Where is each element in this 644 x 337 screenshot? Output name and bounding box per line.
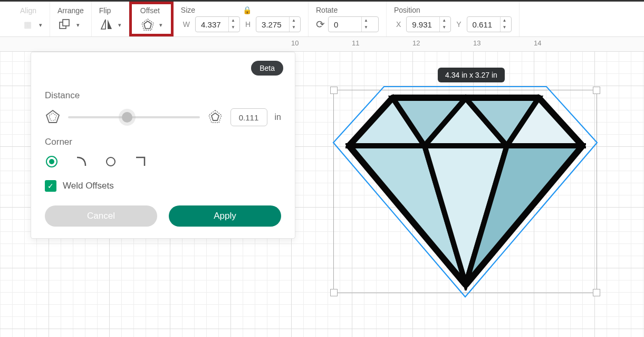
toolbar-offset[interactable]: Offset <box>135 4 168 34</box>
w-step-up-icon[interactable]: ▲ <box>229 17 237 24</box>
flip-icon <box>99 17 114 32</box>
x-value: 9.931 <box>412 20 436 29</box>
ruler-tick: 12 <box>412 37 473 51</box>
ruler-tick: 10 <box>291 37 352 51</box>
arrange-label: Arrange <box>57 6 84 15</box>
rotate-icon[interactable]: ⟳ <box>316 18 325 31</box>
ruler-tick: 11 <box>352 37 412 51</box>
distance-slider[interactable] <box>68 116 200 118</box>
x-step-down-icon[interactable]: ▼ <box>440 24 448 31</box>
x-step-up-icon[interactable]: ▲ <box>440 17 448 24</box>
cancel-button[interactable]: Cancel <box>45 205 157 227</box>
resize-handle-se[interactable] <box>593 289 600 296</box>
selection-size-badge: 4.34 in x 3.27 in <box>438 68 505 82</box>
y-step-down-icon[interactable]: ▼ <box>501 24 509 31</box>
y-value: 0.611 <box>473 20 497 29</box>
svg-rect-1 <box>63 20 69 26</box>
toolbar-position: Position X 9.931 ▲▼ Y 0.611 ▲▼ <box>387 2 520 36</box>
corner-label: Corner <box>45 137 281 147</box>
flip-label: Flip <box>99 6 111 15</box>
svg-marker-17 <box>212 113 219 120</box>
resize-handle-ne[interactable] <box>593 87 600 94</box>
width-input[interactable]: 4.337 ▲▼ <box>195 16 240 32</box>
distance-unit: in <box>275 113 281 122</box>
ruler-horizontal: 10 11 12 13 14 <box>0 37 644 52</box>
corner-square-option[interactable] <box>133 155 147 168</box>
lock-icon[interactable]: 🔒 <box>243 6 252 14</box>
offset-dropdown-icon[interactable] <box>158 20 162 29</box>
beta-badge: Beta <box>251 61 283 76</box>
height-prefix: H <box>245 20 251 29</box>
x-prefix: X <box>396 20 401 29</box>
align-icon: ▦ <box>20 17 35 32</box>
rotate-value: 0 <box>334 20 358 29</box>
height-value: 3.275 <box>262 20 286 29</box>
inset-pentagon-icon <box>45 109 61 126</box>
toolbar-arrange[interactable]: Arrange <box>50 2 92 36</box>
x-input[interactable]: 9.931 ▲▼ <box>406 16 451 32</box>
size-label: Size <box>181 6 195 14</box>
rotate-input[interactable]: 0 ▲▼ <box>328 16 379 32</box>
y-input[interactable]: 0.611 ▲▼ <box>467 16 512 32</box>
weld-checkbox[interactable]: ✓ <box>45 180 56 192</box>
rotate-label: Rotate <box>316 6 338 14</box>
toolbar-flip[interactable]: Flip <box>92 2 129 36</box>
distance-label: Distance <box>45 90 281 101</box>
position-label: Position <box>394 6 420 14</box>
svg-marker-14 <box>46 110 59 123</box>
svg-marker-3 <box>144 21 151 29</box>
distance-input[interactable] <box>230 108 267 126</box>
outset-pentagon-icon <box>207 109 223 126</box>
align-label: Align <box>20 6 36 15</box>
ruler-tick: 14 <box>534 37 594 51</box>
toolbar-rotate: Rotate ⟳ 0 ▲▼ <box>309 2 387 36</box>
width-value: 4.337 <box>201 20 225 29</box>
weld-label: Weld Offsets <box>63 181 114 191</box>
h-step-down-icon[interactable]: ▼ <box>290 24 298 31</box>
y-prefix: Y <box>456 20 461 29</box>
svg-marker-15 <box>49 113 56 120</box>
radio-selected-icon <box>46 156 57 167</box>
ruler-tick: 13 <box>473 37 534 51</box>
arrange-dropdown-icon[interactable] <box>75 20 80 29</box>
rot-step-up-icon[interactable]: ▲ <box>362 17 370 24</box>
corner-curve-option[interactable] <box>74 155 88 168</box>
height-input[interactable]: 3.275 ▲▼ <box>256 16 301 32</box>
flip-dropdown-icon[interactable] <box>117 20 121 29</box>
y-step-up-icon[interactable]: ▲ <box>501 17 509 24</box>
center-cross-icon: + <box>457 184 469 208</box>
resize-handle-sw[interactable] <box>330 289 338 296</box>
slider-thumb[interactable] <box>122 112 132 123</box>
top-toolbar: Align ▦ Arrange Flip Offset <box>0 0 644 37</box>
apply-button[interactable]: Apply <box>169 205 281 227</box>
corner-round-option[interactable] <box>45 155 59 168</box>
toolbar-align[interactable]: Align ▦ <box>4 2 50 36</box>
arrange-icon <box>57 17 72 32</box>
offset-highlight: Offset <box>129 2 174 36</box>
h-step-up-icon[interactable]: ▲ <box>290 17 298 24</box>
rot-step-down-icon[interactable]: ▼ <box>362 24 370 31</box>
w-step-down-icon[interactable]: ▼ <box>229 24 237 31</box>
resize-handle-nw[interactable] <box>330 87 338 94</box>
toolbar-size: Size 🔒 W 4.337 ▲▼ H 3.275 ▲▼ <box>174 2 309 36</box>
offset-icon <box>140 17 155 32</box>
corner-circle-option[interactable] <box>104 155 118 168</box>
width-prefix: W <box>183 20 190 29</box>
offset-label: Offset <box>140 6 160 15</box>
offset-panel: Beta Distance in Corner ✓ Weld Offsets <box>31 52 295 239</box>
align-dropdown-icon[interactable] <box>38 20 42 29</box>
svg-point-18 <box>107 157 115 166</box>
